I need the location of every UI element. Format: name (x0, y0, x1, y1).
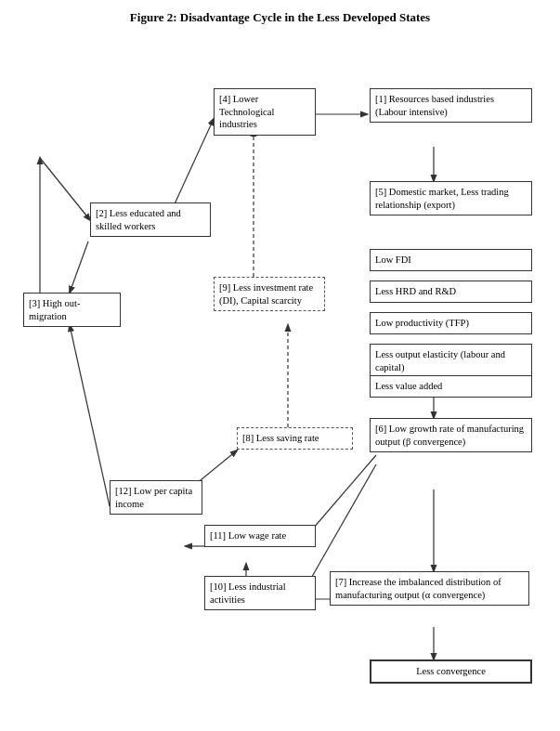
box-less-hrd: Less HRD and R&D (370, 281, 532, 303)
box-3: [3] High out-migration (23, 293, 121, 327)
svg-line-13 (70, 241, 88, 293)
box-11: [11] Low wage rate (204, 525, 316, 547)
box-12: [12] Low per capita income (110, 480, 202, 515)
box-1: [1] Resources based industries (Labour i… (370, 88, 532, 123)
box-6: [6] Low growth rate of manufacturing out… (370, 418, 532, 452)
svg-line-16 (70, 325, 110, 506)
box-5: [5] Domestic market, Less trading relati… (370, 181, 532, 215)
box-10: [10] Less industrial activities (204, 576, 316, 610)
diagram-container: [4] Lower Technological industries [1] R… (14, 37, 546, 715)
box-low-fdi: Low FDI (370, 249, 532, 271)
box-8: [8] Less saving rate (237, 427, 353, 450)
box-less-output: Less output elasticity (labour and capit… (370, 344, 532, 378)
box-7: [7] Increase the imbalanced distribution… (330, 571, 529, 606)
box-less-value: Less value added (370, 375, 532, 398)
box-less-conv: Less convergence (370, 659, 532, 684)
box-2: [2] Less educated and skilled workers (90, 202, 211, 237)
box-4: [4] Lower Technological industries (214, 88, 316, 136)
box-9: [9] Less investment rate (DI), Capital s… (214, 277, 325, 311)
page-title: Figure 2: Disadvantage Cycle in the Less… (14, 9, 546, 26)
svg-line-15 (40, 158, 90, 220)
box-low-prod: Low productivity (TFP) (370, 312, 532, 334)
